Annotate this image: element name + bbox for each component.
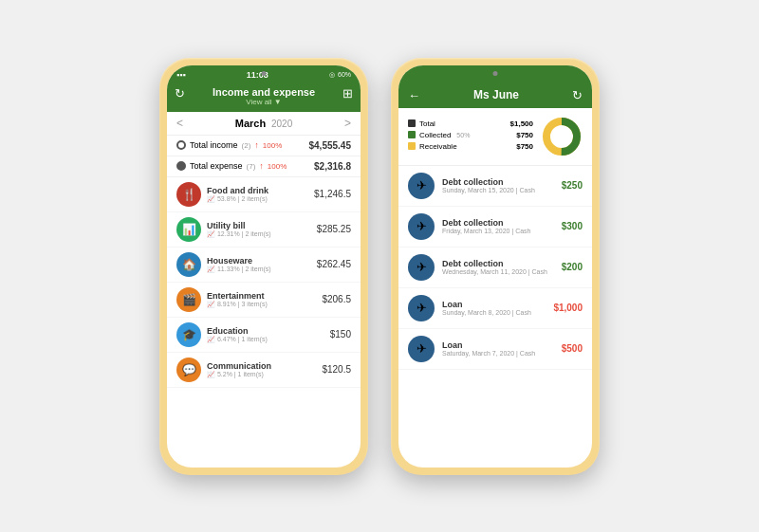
cat-sub: 📈 8.91% | 3 item(s)	[207, 301, 268, 308]
collected-legend-row: Collected 50% $750	[408, 131, 533, 139]
transaction-row[interactable]: ✈ Loan Saturday, March 7, 2020 | Cash $5…	[398, 329, 592, 370]
tx-amount: $300	[562, 221, 583, 231]
cat-amount: $285.25	[317, 224, 351, 234]
total-legend-dot	[408, 119, 416, 127]
category-row[interactable]: 🏠 Houseware 📈 11.33% | 2 item(s) $262.45	[167, 248, 361, 283]
cat-sub: 📈 5.2% | 1 item(s)	[207, 371, 271, 378]
expense-label: Total expense	[190, 161, 243, 171]
cat-amount: $262.45	[317, 259, 351, 269]
menu-icon[interactable]: ⊞	[342, 86, 353, 101]
cat-sub: 📈 11.33% | 2 item(s)	[207, 266, 271, 273]
refresh-icon[interactable]: ↻	[175, 86, 185, 101]
cat-icon: 🍴	[176, 182, 201, 207]
income-arrow-icon: ↑	[254, 140, 259, 150]
tx-icon: ✈	[408, 295, 435, 321]
categories-list: 🍴 Food and drink 📈 53.8% | 2 item(s) $1,…	[167, 177, 361, 388]
tx-name: Loan	[442, 300, 546, 309]
category-row[interactable]: 📊 Utility bill 📈 12.31% | 2 item(s) $285…	[167, 212, 361, 248]
receivable-legend-label: Receivable	[419, 142, 457, 151]
tx-icon: ✈	[408, 173, 435, 199]
tx-info: Debt collection Sunday, March 15, 2020 |…	[442, 177, 554, 193]
receivable-legend-dot	[408, 142, 416, 150]
collected-pct: 50%	[456, 132, 470, 138]
income-count: (2)	[242, 141, 251, 150]
tx-amount: $250	[562, 180, 583, 191]
tx-amount: $200	[562, 262, 583, 272]
tx-date: Sunday, March 15, 2020 | Cash	[442, 187, 554, 193]
income-label: Total income	[190, 140, 238, 150]
cat-info: Utility bill 📈 12.31% | 2 item(s)	[207, 221, 271, 238]
total-legend-label: Total	[419, 119, 435, 128]
tx-amount: $500	[562, 343, 583, 354]
donut-chart	[541, 116, 583, 157]
next-month-button[interactable]: >	[344, 117, 351, 130]
cat-icon: 🎬	[176, 287, 201, 312]
tx-amount: $1,000	[553, 303, 583, 313]
tx-info: Loan Sunday, March 8, 2020 | Cash	[442, 300, 546, 316]
category-row[interactable]: 🎬 Entertainment 📈 8.91% | 3 item(s) $206…	[167, 283, 361, 318]
transactions-list: ✈ Debt collection Sunday, March 15, 2020…	[398, 166, 592, 370]
receivable-legend-row: Receivable $750	[408, 142, 533, 151]
total-expense-row: Total expense (7) ↑ 100% $2,316.8	[167, 156, 361, 177]
transaction-row[interactable]: ✈ Debt collection Friday, March 13, 2020…	[398, 207, 592, 248]
cat-sub: 📈 53.8% | 2 item(s)	[207, 195, 268, 203]
total-income-row: Total income (2) ↑ 100% $4,555.45	[167, 136, 361, 156]
category-row[interactable]: 🍴 Food and drink 📈 53.8% | 2 item(s) $1,…	[167, 177, 361, 212]
camera-dot	[262, 71, 267, 76]
tx-icon: ✈	[408, 336, 435, 362]
transaction-row[interactable]: ✈ Loan Sunday, March 8, 2020 | Cash $1,0…	[398, 288, 592, 329]
category-row[interactable]: 💬 Communication 📈 5.2% | 1 item(s) $120.…	[167, 353, 361, 388]
tx-info: Debt collection Friday, March 13, 2020 |…	[442, 218, 554, 234]
income-circle-icon	[176, 140, 186, 150]
expense-circle-icon	[176, 161, 186, 171]
signal-icon: ▪▪▪	[176, 70, 186, 80]
cat-icon: 🎓	[176, 322, 201, 347]
collected-legend-amount: $750	[516, 131, 533, 139]
tx-info: Debt collection Wednesday, March 11, 202…	[442, 259, 554, 275]
phone2-header: ← Ms June ↻	[398, 83, 592, 108]
year-label: 2020	[271, 119, 292, 129]
cat-sub: 📈 12.31% | 2 item(s)	[207, 230, 271, 238]
tx-name: Loan	[442, 340, 554, 350]
cat-name: Communication	[207, 361, 271, 371]
cat-sub: 📈 6.47% | 1 item(s)	[207, 336, 268, 343]
transaction-row[interactable]: ✈ Debt collection Sunday, March 15, 2020…	[398, 166, 592, 207]
cat-info: Houseware 📈 11.33% | 2 item(s)	[207, 256, 271, 273]
expense-count: (7)	[247, 162, 256, 171]
tx-name: Debt collection	[442, 259, 554, 268]
tx-icon: ✈	[408, 254, 435, 281]
tx-name: Debt collection	[442, 218, 554, 228]
cat-name: Food and drink	[207, 186, 268, 195]
cat-amount: $150	[330, 329, 351, 339]
battery-icon: 60%	[338, 71, 351, 78]
back-button[interactable]: ←	[408, 88, 420, 102]
app-title: Income and expense	[175, 86, 353, 98]
prev-month-button[interactable]: <	[176, 117, 183, 130]
phone-1: ▪▪▪ 11:08 ◎ 60% ↻ Income and expense Vie…	[159, 58, 368, 475]
summary-legend: Total $1,500 Collected 50% $750	[408, 119, 533, 154]
expense-amount: $2,316.8	[314, 161, 351, 172]
cat-amount: $120.5	[322, 364, 351, 375]
month-nav: < March 2020 >	[167, 112, 361, 136]
tx-date: Saturday, March 7, 2020 | Cash	[442, 350, 554, 357]
app-header: ↻ Income and expense View all ▼ ⊞	[167, 83, 361, 112]
expense-pct: 100%	[268, 162, 287, 171]
cat-name: Entertainment	[207, 291, 268, 301]
total-legend-amount: $1,500	[510, 119, 533, 128]
svg-point-2	[552, 127, 571, 146]
transaction-row[interactable]: ✈ Debt collection Wednesday, March 11, 2…	[398, 248, 592, 288]
app-subtitle[interactable]: View all ▼	[175, 98, 353, 106]
cat-info: Education 📈 6.47% | 1 item(s)	[207, 326, 268, 343]
income-amount: $4,555.45	[309, 140, 352, 151]
tx-name: Debt collection	[442, 177, 554, 187]
cat-name: Education	[207, 326, 268, 336]
refresh-button-2[interactable]: ↻	[572, 88, 583, 102]
contact-name: Ms June	[473, 88, 519, 101]
tx-icon: ✈	[408, 213, 435, 240]
tx-date: Friday, March 13, 2020 | Cash	[442, 228, 554, 234]
phone-2: ▪ 00:00 %% ← Ms June ↻ Total $1	[391, 58, 600, 475]
collected-legend-dot	[408, 131, 416, 138]
income-pct: 100%	[263, 141, 282, 150]
category-row[interactable]: 🎓 Education 📈 6.47% | 1 item(s) $150	[167, 318, 361, 353]
contact-summary: Total $1,500 Collected 50% $750	[398, 108, 592, 166]
